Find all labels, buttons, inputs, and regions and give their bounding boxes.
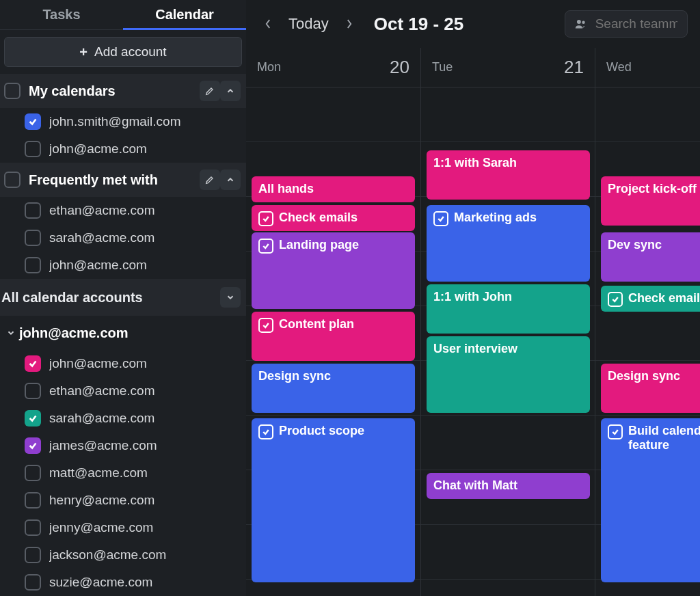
calendar-event[interactable]: Check emails [601, 286, 700, 312]
calendar-item[interactable]: john@acme.com [0, 252, 246, 279]
calendar-event[interactable]: Landing page [252, 232, 415, 309]
calendar-item[interactable]: jackson@acme.com [0, 541, 246, 569]
calendar-item-label: henry@acme.com [49, 493, 154, 508]
calendar-checkbox[interactable] [25, 355, 41, 372]
calendar-event[interactable]: Chat with Matt [427, 473, 590, 499]
event-title: 1:1 with John [433, 290, 512, 304]
tab-tasks[interactable]: Tasks [0, 0, 123, 29]
next-week-button[interactable] [340, 14, 359, 33]
event-task-checkbox[interactable] [258, 318, 273, 333]
plus-icon: + [79, 45, 88, 59]
prev-week-button[interactable] [258, 14, 278, 33]
teammate-search[interactable] [565, 10, 688, 38]
frequently-met-title: Frequently met with [29, 172, 196, 188]
expand-account-button[interactable] [3, 323, 19, 343]
calendar-item[interactable]: james@acme.com [0, 432, 246, 459]
account-label: john@acme.com [19, 325, 241, 341]
calendar-event[interactable]: Project kick-off [601, 176, 700, 226]
calendar-item-label: john@acme.com [49, 141, 147, 157]
day-header: Wed [595, 48, 700, 87]
calendar-event[interactable]: Design sync [252, 364, 415, 413]
frequently-met-master-checkbox[interactable] [4, 172, 21, 188]
calendar-checkbox[interactable] [25, 547, 41, 563]
calendar-event[interactable]: Design sync [601, 364, 700, 413]
calendar-checkbox[interactable] [25, 141, 41, 157]
calendar-event[interactable]: 1:1 with Sarah [427, 150, 590, 200]
today-button[interactable]: Today [288, 15, 329, 33]
day-name: Mon [257, 60, 390, 74]
event-task-checkbox[interactable] [258, 424, 273, 439]
day-slots[interactable]: Project kick-offDev syncCheck emailsDesi… [595, 87, 700, 596]
calendar-item[interactable]: john@acme.com [0, 350, 246, 377]
collapse-all-accounts-button[interactable] [220, 287, 241, 308]
calendar-checkbox[interactable] [25, 465, 41, 481]
calendar-checkbox[interactable] [25, 257, 41, 273]
calendar-item[interactable]: john@acme.com [0, 135, 246, 163]
calendar-item[interactable]: jenny@acme.com [0, 514, 246, 541]
teammate-search-input[interactable] [595, 16, 677, 31]
event-title: Content plan [279, 317, 354, 331]
calendar-item-label: matt@acme.com [49, 465, 148, 480]
calendar-item[interactable]: ethan@acme.com [0, 197, 246, 224]
section-frequently-met[interactable]: Frequently met with [0, 163, 246, 197]
calendar-item[interactable]: sarah@acme.com [0, 405, 246, 432]
calendar-event[interactable]: Build calendar feature [601, 418, 700, 582]
calendar-checkbox[interactable] [25, 383, 41, 399]
my-calendars-title: My calendars [29, 83, 196, 99]
collapse-my-calendars-button[interactable] [220, 81, 241, 101]
section-all-accounts[interactable]: All calendar accounts [0, 279, 246, 316]
calendar-event[interactable]: 1:1 with John [427, 284, 590, 334]
event-task-checkbox[interactable] [433, 211, 448, 226]
calendar-event[interactable]: User interview [427, 336, 590, 413]
calendar-event[interactable]: Check emails [252, 205, 415, 231]
calendar-checkbox[interactable] [25, 519, 41, 536]
calendar-checkbox[interactable] [25, 230, 41, 246]
calendar-item[interactable]: suzie@acme.com [0, 569, 246, 596]
event-task-checkbox[interactable] [258, 239, 273, 254]
event-title: Check emails [279, 211, 358, 225]
event-title: User interview [433, 342, 517, 356]
calendar-item-label: james@acme.com [49, 438, 157, 453]
account-header[interactable]: john@acme.com [0, 316, 246, 350]
calendar-item[interactable]: ethan@acme.com [0, 377, 246, 405]
calendar-checkbox[interactable] [25, 410, 41, 426]
day-slots[interactable]: All handsCheck emailsLanding pageContent… [246, 87, 420, 596]
sidebar: Tasks Calendar + Add account My calendar… [0, 0, 246, 596]
day-name: Wed [606, 60, 689, 74]
calendar-event[interactable]: All hands [252, 176, 415, 202]
add-account-button[interactable]: + Add account [4, 37, 242, 67]
day-name: Tue [432, 60, 564, 74]
calendar-checkbox[interactable] [25, 113, 41, 130]
edit-my-calendars-button[interactable] [200, 81, 220, 101]
event-title: Landing page [279, 238, 359, 252]
tab-calendar[interactable]: Calendar [123, 0, 246, 29]
calendar-item-label: sarah@acme.com [49, 411, 154, 426]
people-icon [575, 18, 587, 30]
calendar-checkbox[interactable] [25, 574, 41, 591]
calendar-item[interactable]: henry@acme.com [0, 487, 246, 514]
calendar-event[interactable]: Dev sync [601, 232, 700, 282]
edit-frequently-met-button[interactable] [200, 170, 220, 190]
calendar-grid: Mon 20 All handsCheck emailsLanding page… [246, 48, 700, 596]
my-calendars-master-checkbox[interactable] [4, 83, 21, 99]
calendar-item[interactable]: john.smith@gmail.com [0, 108, 246, 135]
calendar-item[interactable]: sarah@acme.com [0, 224, 246, 252]
add-account-label: Add account [94, 44, 167, 59]
event-task-checkbox[interactable] [608, 424, 623, 439]
event-task-checkbox[interactable] [608, 292, 623, 307]
event-task-checkbox[interactable] [258, 211, 273, 226]
calendar-checkbox[interactable] [25, 202, 41, 219]
calendar-checkbox[interactable] [25, 437, 41, 454]
event-title: Design sync [608, 369, 680, 383]
calendar-event[interactable]: Product scope [252, 418, 415, 582]
day-slots[interactable]: 1:1 with SarahMarketing ads1:1 with John… [421, 87, 595, 596]
calendar-item-label: jackson@acme.com [49, 547, 166, 563]
calendar-event[interactable]: Marketing ads [427, 205, 590, 282]
event-title: Design sync [258, 369, 331, 383]
event-title: 1:1 with Sarah [433, 156, 517, 170]
calendar-item[interactable]: matt@acme.com [0, 459, 246, 487]
section-my-calendars[interactable]: My calendars [0, 74, 246, 108]
calendar-checkbox[interactable] [25, 492, 41, 509]
calendar-event[interactable]: Content plan [252, 312, 415, 361]
collapse-frequently-met-button[interactable] [220, 170, 241, 190]
